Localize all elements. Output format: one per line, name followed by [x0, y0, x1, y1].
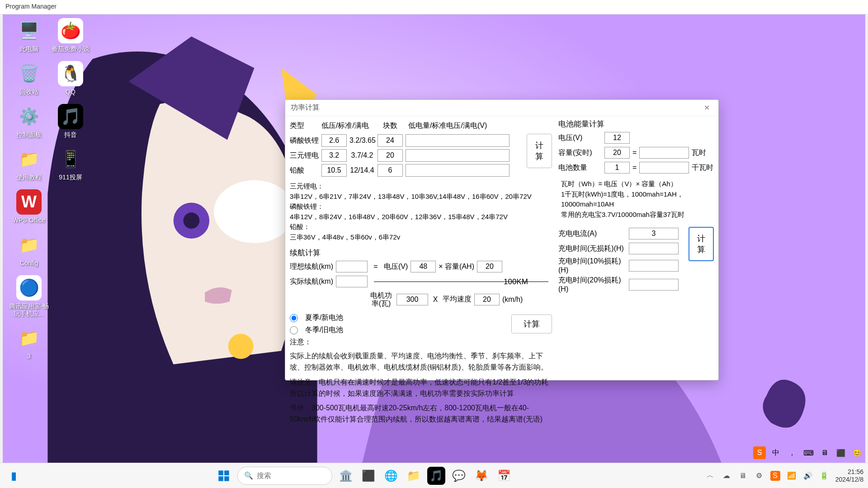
range-calc-button[interactable]: 计算 — [511, 314, 552, 333]
tb-app-0[interactable]: 🏛️ — [337, 467, 355, 485]
close-icon[interactable]: ✕ — [704, 103, 713, 113]
search-icon: 🔍 — [244, 471, 253, 480]
tb-app-browser2[interactable]: 🦊 — [472, 467, 491, 485]
taskbar-clock[interactable]: 21:56 2024/12/8 — [835, 468, 863, 483]
row1-name: 三元锂电 — [290, 151, 319, 160]
ime-keyboard-icon[interactable]: ⌨ — [802, 446, 815, 459]
taskbar: ▮ 🔍 🏛️ ⬛ 🌐 📁 🎵 💬 🦊 📅 ︿ ☁ 🖥 ⚙ S 📶 🔊 🔋 21:… — [0, 463, 868, 488]
dialog-titlebar[interactable]: 功率计算 ✕ — [285, 100, 718, 116]
tray-cloud-icon[interactable]: ☁ — [722, 471, 731, 481]
taskbar-search[interactable]: 🔍 — [237, 467, 332, 485]
e-cap-label: 容量(安时) — [558, 148, 602, 158]
widgets-icon[interactable]: ▮ — [5, 467, 23, 485]
icon-this-pc[interactable]: 🖥️此电脑 — [8, 18, 50, 53]
icon-douyin[interactable]: 🎵抖音 — [50, 104, 91, 139]
row0-result-input[interactable] — [406, 134, 509, 147]
avg-speed-unit: (km/h) — [502, 296, 523, 304]
row2-result-input[interactable] — [406, 164, 509, 177]
e-wh-output[interactable] — [639, 147, 689, 159]
tb-app-edge[interactable]: 🌐 — [382, 467, 400, 485]
ime-punct[interactable]: ， — [786, 446, 798, 459]
ime-screen-icon[interactable]: 🖥 — [818, 446, 831, 459]
tb-app-wechat[interactable]: 💬 — [450, 467, 468, 485]
ideal-range-input[interactable] — [336, 261, 368, 272]
charge-cur-input[interactable] — [629, 228, 679, 239]
hdr-lsf: 低压/标准/满电 — [321, 121, 380, 131]
icon-qq[interactable]: 🐧QQ — [50, 61, 91, 96]
ime-logo-icon[interactable]: S — [753, 446, 766, 459]
e-cnt-input[interactable] — [604, 162, 630, 174]
charge-t2-input[interactable] — [629, 279, 679, 291]
avg-speed-input[interactable] — [474, 294, 500, 305]
ime-emoji-icon[interactable]: 😊 — [851, 446, 863, 459]
icon-tomato-novel[interactable]: 🍅番茄免费小说 — [50, 18, 91, 53]
real-range-label: 实际续航(km) — [290, 277, 333, 286]
note-1: 实际上的续航会收到载重质量、平均速度、电池均衡性、季节、刹车频率、上下坡、控制器… — [290, 351, 552, 373]
motor-input[interactable] — [396, 294, 428, 305]
row1-result-input[interactable] — [406, 149, 509, 162]
radio-summer[interactable] — [290, 314, 298, 322]
icon-wps[interactable]: WWPS Office — [8, 189, 50, 224]
radio-winter-label: 冬季/旧电池 — [305, 325, 343, 335]
svg-rect-7 — [218, 476, 223, 481]
tray-volume-icon[interactable]: 🔊 — [803, 471, 813, 481]
ime-toolbar[interactable]: S 中 ， ⌨ 🖥 ⬛ 😊 — [751, 445, 865, 461]
row0-qty-input[interactable] — [377, 134, 403, 147]
row2-std: 12/14.4 — [349, 166, 375, 174]
tb-app-douyin[interactable]: 🎵 — [427, 467, 445, 485]
e-volt-input[interactable] — [604, 132, 630, 144]
os-titlebar: Program Manager — [0, 0, 868, 14]
e-cap-input[interactable] — [604, 147, 630, 159]
charge-t0-input[interactable] — [629, 243, 679, 254]
row2-qty-input[interactable] — [377, 164, 403, 177]
start-icon[interactable] — [215, 467, 233, 485]
cap-input[interactable] — [477, 261, 502, 272]
icon-config[interactable]: 📁Config — [8, 232, 50, 267]
dialog-title: 功率计算 — [291, 103, 320, 113]
tray-sogou-icon[interactable]: S — [770, 471, 780, 481]
eq-sign: = — [370, 263, 381, 271]
radio-winter[interactable] — [290, 326, 298, 334]
svg-rect-8 — [224, 476, 229, 481]
ime-grid-icon[interactable]: ⬛ — [835, 446, 847, 459]
tray-gear-icon[interactable]: ⚙ — [754, 471, 764, 481]
charge-t1-input[interactable] — [629, 260, 679, 272]
real-range-input[interactable] — [336, 276, 368, 287]
power-calc-dialog: 功率计算 ✕ 类型 低压/标准/满电 块数 低电量/标准电压/满电(V) 磷酸铁… — [285, 99, 719, 380]
tb-app-taskview[interactable]: ⬛ — [359, 467, 377, 485]
search-input[interactable] — [257, 472, 347, 480]
volt-label: 电压(V) — [384, 262, 408, 272]
icon-tutorial[interactable]: 📁使用教程 — [8, 146, 50, 181]
calc-button-top[interactable]: 计算 — [527, 134, 552, 168]
tray-monitor-icon[interactable]: 🖥 — [738, 471, 748, 481]
row1-v-input[interactable] — [321, 149, 347, 162]
svg-rect-6 — [224, 470, 229, 475]
charge-cur-label: 充电电流(A) — [558, 229, 626, 239]
icon-tencent-appstore[interactable]: 🔵腾讯应用宝-畅玩手机应... — [8, 275, 50, 318]
cap-label: × 容量(AH) — [439, 262, 474, 272]
tray-battery-icon[interactable]: 🔋 — [819, 471, 829, 481]
ideal-range-label: 理想续航(km) — [290, 262, 333, 272]
energy-title: 电池能量计算 — [558, 119, 714, 129]
row0-v-input[interactable] — [321, 134, 347, 147]
icon-folder-3[interactable]: 📁3 — [8, 325, 50, 360]
tray-chevron-icon[interactable]: ︿ — [705, 471, 715, 481]
tray-wifi-icon[interactable]: 📶 — [787, 471, 797, 481]
e-kwh-output[interactable] — [639, 162, 689, 174]
range-title: 续航计算 — [290, 248, 552, 258]
tb-app-explorer[interactable]: 📁 — [405, 467, 423, 485]
svg-rect-5 — [218, 470, 223, 475]
clock-time: 21:56 — [835, 468, 863, 476]
tb-app-calendar[interactable]: 📅 — [495, 467, 513, 485]
e-eq1: = — [632, 149, 637, 157]
ime-lang[interactable]: 中 — [769, 446, 782, 459]
icon-911-cast[interactable]: 📱911投屏 — [50, 146, 91, 181]
desktop-icons-grid: 🖥️此电脑 🍅番茄免费小说 🗑️回收站 🐧QQ ⚙️控制面板 🎵抖音 📁使用教程… — [8, 18, 91, 360]
row0-name: 磷酸铁锂 — [290, 136, 319, 145]
energy-calc-button[interactable]: 计算 — [689, 227, 714, 261]
row1-qty-input[interactable] — [377, 149, 403, 162]
volt-input[interactable] — [410, 261, 436, 272]
row2-v-input[interactable] — [321, 164, 347, 177]
icon-recycle-bin[interactable]: 🗑️回收站 — [8, 61, 50, 96]
icon-control-panel[interactable]: ⚙️控制面板 — [8, 104, 50, 139]
